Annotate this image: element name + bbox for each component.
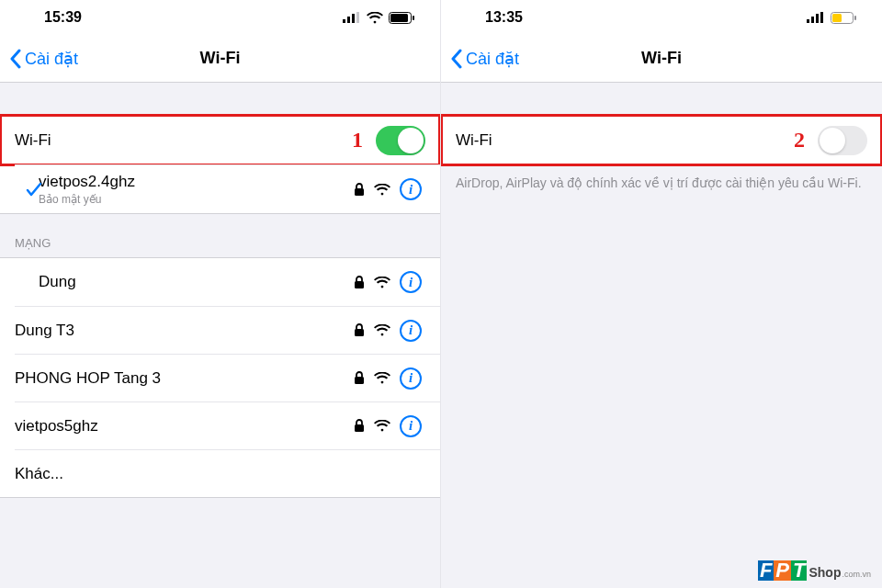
lock-icon bbox=[354, 183, 365, 197]
status-right bbox=[807, 12, 856, 24]
watermark-shop: Shop bbox=[808, 565, 841, 580]
connected-network-row[interactable]: vietpos2.4ghz Bảo mật yếu i bbox=[15, 164, 440, 213]
right-screenshot: 13:35 Cài đặt Wi-Fi bbox=[441, 0, 882, 588]
watermark-t: T bbox=[791, 560, 807, 581]
network-row[interactable]: Dung i bbox=[0, 258, 440, 306]
wifi-strength-icon bbox=[374, 277, 390, 288]
wifi-strength-icon bbox=[374, 324, 390, 336]
back-label: Cài đặt bbox=[466, 49, 519, 69]
svg-rect-6 bbox=[413, 16, 414, 20]
connected-security-note: Bảo mật yếu bbox=[39, 193, 354, 206]
status-bar: 13:35 bbox=[441, 0, 882, 35]
watermark-suffix: .com.vn bbox=[842, 570, 871, 579]
page-title: Wi-Fi bbox=[200, 49, 241, 68]
info-icon[interactable]: i bbox=[400, 178, 422, 200]
wifi-toggle[interactable] bbox=[818, 126, 867, 155]
network-row[interactable]: PHONG HOP Tang 3 i bbox=[15, 354, 440, 401]
info-icon[interactable]: i bbox=[400, 320, 422, 342]
network-ssid: vietpos5ghz bbox=[15, 417, 354, 435]
back-button[interactable]: Cài đặt bbox=[0, 49, 78, 69]
wifi-toggle[interactable] bbox=[376, 126, 425, 155]
watermark-p: P bbox=[774, 560, 791, 581]
signal-icon bbox=[807, 12, 825, 23]
signal-icon bbox=[343, 12, 361, 23]
nav-bar: Cài đặt Wi-Fi bbox=[0, 35, 440, 83]
svg-rect-11 bbox=[355, 424, 364, 432]
wifi-toggle-row[interactable]: Wi-Fi 1 bbox=[0, 117, 440, 164]
svg-rect-1 bbox=[347, 17, 350, 23]
chevron-left-icon bbox=[450, 49, 462, 69]
callout-1: 1 bbox=[352, 128, 363, 153]
wifi-strength-icon bbox=[374, 184, 390, 196]
back-label: Cài đặt bbox=[25, 49, 78, 69]
checkmark-icon bbox=[26, 181, 42, 198]
info-icon[interactable]: i bbox=[400, 415, 422, 437]
svg-rect-13 bbox=[811, 17, 814, 23]
nav-bar: Cài đặt Wi-Fi bbox=[441, 35, 882, 83]
svg-rect-9 bbox=[355, 329, 364, 336]
chevron-left-icon bbox=[9, 49, 21, 69]
wifi-toggle-label: Wi-Fi bbox=[15, 131, 376, 150]
network-row[interactable]: vietpos5ghz i bbox=[15, 401, 440, 449]
svg-rect-5 bbox=[390, 14, 408, 22]
svg-rect-15 bbox=[820, 12, 823, 23]
callout-2: 2 bbox=[794, 128, 805, 153]
lock-icon bbox=[354, 419, 365, 433]
network-ssid: PHONG HOP Tang 3 bbox=[15, 369, 354, 388]
wifi-toggle-row[interactable]: Wi-Fi 2 bbox=[441, 117, 882, 164]
connected-ssid: vietpos2.4ghz bbox=[39, 173, 354, 191]
content: Wi-Fi 1 vietpos2.4ghz Bảo mật yếu bbox=[0, 83, 440, 588]
svg-rect-18 bbox=[854, 16, 856, 20]
info-icon[interactable]: i bbox=[400, 368, 422, 390]
network-row[interactable]: Dung T3 i bbox=[15, 306, 440, 354]
networks-section: Dung i Dung T3 i PHONG H bbox=[0, 257, 440, 498]
wifi-strength-icon bbox=[374, 372, 390, 384]
network-ssid: Dung bbox=[39, 273, 354, 291]
lock-icon bbox=[354, 371, 365, 385]
network-ssid: Dung T3 bbox=[15, 322, 354, 340]
other-label: Khác... bbox=[15, 465, 425, 483]
svg-rect-0 bbox=[343, 19, 345, 23]
status-bar: 15:39 bbox=[0, 0, 440, 35]
wifi-toggle-label: Wi-Fi bbox=[456, 131, 818, 150]
wifi-section: Wi-Fi 1 vietpos2.4ghz Bảo mật yếu bbox=[0, 116, 440, 214]
svg-rect-14 bbox=[816, 14, 819, 23]
wifi-icon bbox=[367, 12, 383, 24]
status-right bbox=[343, 12, 414, 24]
svg-rect-2 bbox=[352, 14, 355, 23]
svg-rect-10 bbox=[355, 377, 364, 384]
wifi-off-description: AirDrop, AirPlay và độ chính xác về vị t… bbox=[441, 165, 882, 193]
svg-rect-3 bbox=[356, 12, 359, 23]
other-network-row[interactable]: Khác... bbox=[15, 449, 440, 497]
back-button[interactable]: Cài đặt bbox=[441, 49, 519, 69]
lock-icon bbox=[354, 323, 365, 337]
left-screenshot: 15:39 Cài đặt Wi-Fi bbox=[0, 0, 441, 588]
status-time: 13:35 bbox=[485, 9, 523, 26]
lock-icon bbox=[354, 276, 365, 289]
wifi-strength-icon bbox=[374, 420, 390, 432]
info-icon[interactable]: i bbox=[400, 271, 422, 293]
wifi-section: Wi-Fi 2 bbox=[441, 116, 882, 165]
svg-rect-8 bbox=[355, 281, 364, 288]
battery-icon bbox=[389, 12, 414, 24]
svg-rect-12 bbox=[807, 19, 809, 23]
content: Wi-Fi 2 AirDrop, AirPlay và độ chính xác… bbox=[441, 83, 882, 588]
svg-rect-17 bbox=[832, 14, 842, 22]
watermark-f: F bbox=[758, 560, 774, 581]
svg-rect-7 bbox=[355, 188, 364, 196]
networks-header: MẠNG bbox=[0, 214, 440, 257]
page-title: Wi-Fi bbox=[641, 49, 682, 68]
battery-low-icon bbox=[831, 12, 856, 24]
watermark: FPT Shop.com.vn bbox=[758, 560, 871, 581]
status-time: 15:39 bbox=[44, 9, 82, 26]
